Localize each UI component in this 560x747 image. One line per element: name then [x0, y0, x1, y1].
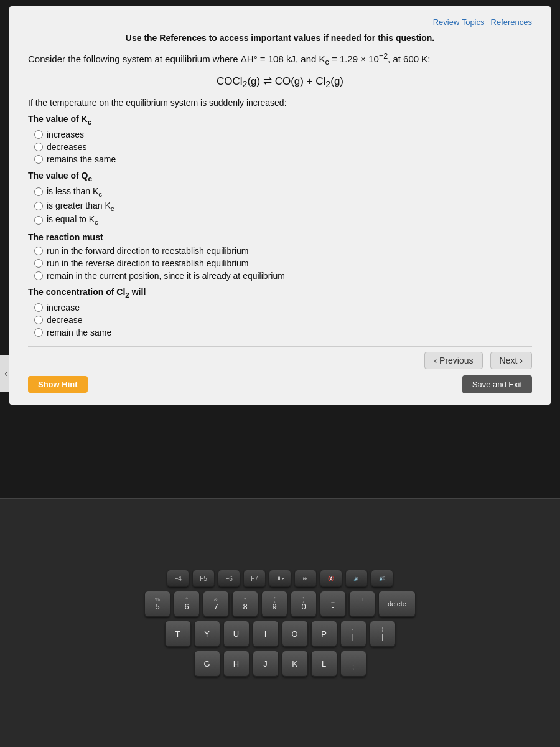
key-7[interactable]: & 7 [203, 591, 229, 617]
key-delete[interactable]: delete [378, 591, 416, 617]
key-f9[interactable]: ⏭ [294, 570, 317, 587]
key-f11[interactable]: 🔉 [345, 570, 368, 587]
previous-label: Previous [439, 355, 473, 365]
chemical-equation: COCl2(g) ⇌ CO(g) + Cl2(g) [28, 75, 532, 89]
radio-kc-decreases[interactable] [34, 143, 43, 151]
key-t[interactable]: T [165, 621, 191, 647]
key-u-label: U [233, 630, 239, 638]
key-f12[interactable]: 🔊 [371, 570, 393, 587]
key-label-f6: F6 [225, 575, 233, 582]
radio-group-reaction: run in the forward direction to reestabl… [28, 246, 532, 281]
radio-option-reverse[interactable]: run in the reverse direction to reestabl… [34, 258, 532, 268]
radio-option-kc-increases[interactable]: increases [34, 129, 532, 139]
key-o-label: O [291, 630, 297, 638]
radio-option-cl2-same[interactable]: remain the same [34, 327, 532, 337]
key-j[interactable]: J [253, 651, 279, 677]
key-label-f12: 🔊 [379, 576, 385, 581]
reference-note: Use the References to access important v… [28, 33, 532, 43]
section-label-reaction: The reaction must [28, 232, 532, 242]
section-label-kc: The value of Kc [28, 114, 532, 126]
radio-qc-greater[interactable] [34, 202, 43, 210]
section-label-cl2: The concentration of Cl2 will [28, 287, 532, 299]
letter-row-2: G H J K L : ; [194, 651, 366, 677]
chevron-left-icon: ‹ [434, 355, 437, 365]
key-p[interactable]: P [311, 621, 337, 647]
radio-reaction-reverse[interactable] [34, 259, 43, 268]
next-label: Next [500, 355, 518, 365]
radio-label-kc-decreases: decreases [47, 142, 87, 152]
key-bracket-close[interactable]: } ] [370, 621, 396, 647]
top-links-bar: Review Topics References [28, 17, 532, 27]
key-minus[interactable]: _ - [320, 591, 346, 617]
radio-cl2-decrease[interactable] [34, 316, 43, 324]
radio-qc-equal[interactable] [34, 216, 43, 225]
key-7-main: 7 [213, 603, 218, 611]
radio-reaction-forward[interactable] [34, 247, 43, 255]
key-y[interactable]: Y [194, 621, 220, 647]
radio-label-qc-less: is less than Kc [47, 186, 102, 198]
previous-button[interactable]: ‹ Previous [424, 352, 482, 369]
radio-kc-increases[interactable] [34, 130, 43, 139]
key-label-f10: 🔇 [328, 576, 334, 581]
key-k[interactable]: K [282, 651, 308, 677]
key-label-f7: F7 [251, 575, 258, 582]
key-k-label: K [292, 660, 297, 668]
key-f4[interactable]: F4 [167, 570, 189, 587]
review-topics-link[interactable]: Review Topics [433, 17, 485, 27]
key-9[interactable]: ( 9 [261, 591, 287, 617]
key-i[interactable]: I [253, 621, 279, 647]
radio-option-qc-less[interactable]: is less than Kc [34, 186, 532, 198]
save-exit-button[interactable]: Save and Exit [462, 375, 532, 393]
radio-option-kc-decreases[interactable]: decreases [34, 142, 532, 152]
key-f10[interactable]: 🔇 [320, 570, 342, 587]
radio-qc-less[interactable] [34, 187, 43, 196]
key-f7[interactable]: F7 [243, 570, 266, 587]
question-intro: Consider the following system at equilib… [28, 50, 532, 68]
bottom-action-row: Show Hint Save and Exit [28, 375, 532, 393]
key-f6[interactable]: F6 [218, 570, 240, 587]
radio-cl2-increase[interactable] [34, 303, 43, 312]
radio-option-cl2-decrease[interactable]: decrease [34, 315, 532, 325]
keyboard: F4 F5 F6 F7 ⏸▶ ⏭ 🔇 🔉 🔊 % 5 ^ 6 & 7 * 8 (… [0, 498, 560, 747]
radio-kc-same[interactable] [34, 155, 43, 164]
key-bracket-open[interactable]: { [ [340, 621, 366, 647]
key-label-f8: ⏸▶ [276, 576, 284, 581]
key-i-label: I [264, 630, 267, 638]
radio-option-qc-equal[interactable]: is equal to Kc [34, 214, 532, 226]
key-l[interactable]: L [311, 651, 337, 677]
section-label-qc: The value of Qc [28, 171, 532, 182]
key-0[interactable]: ) 0 [291, 591, 317, 617]
key-u[interactable]: U [223, 621, 250, 647]
key-minus-main: - [332, 603, 334, 611]
key-y-label: Y [204, 630, 210, 638]
radio-option-remain[interactable]: remain in the current position, since it… [34, 271, 532, 281]
radio-label-forward: run in the forward direction to reestabl… [47, 246, 249, 256]
key-5[interactable]: % 5 [144, 591, 170, 617]
key-6-main: 6 [184, 603, 189, 611]
radio-cl2-same[interactable] [34, 328, 43, 337]
radio-option-kc-same[interactable]: remains the same [34, 154, 532, 164]
key-equals[interactable]: + = [349, 591, 375, 617]
key-label-f9: ⏭ [303, 576, 308, 581]
radio-option-forward[interactable]: run in the forward direction to reestabl… [34, 246, 532, 256]
radio-reaction-remain[interactable] [34, 271, 43, 280]
next-button[interactable]: Next › [490, 352, 532, 369]
radio-option-qc-greater[interactable]: is greater than Kc [34, 200, 532, 212]
key-h[interactable]: H [223, 651, 250, 677]
key-label-f5: F5 [200, 575, 207, 582]
show-hint-button[interactable]: Show Hint [28, 376, 88, 393]
fn-key-row: F4 F5 F6 F7 ⏸▶ ⏭ 🔇 🔉 🔊 [167, 570, 393, 587]
key-label-f4: F4 [174, 575, 182, 582]
key-f5[interactable]: F5 [192, 570, 215, 587]
key-6[interactable]: ^ 6 [174, 591, 200, 617]
key-semicolon[interactable]: : ; [340, 651, 366, 677]
radio-label-qc-greater: is greater than Kc [47, 200, 114, 212]
key-f8[interactable]: ⏸▶ [269, 570, 291, 587]
key-bracket-open-main: [ [352, 632, 355, 641]
key-semicolon-main: ; [352, 662, 355, 670]
key-8[interactable]: * 8 [232, 591, 258, 617]
key-g[interactable]: G [194, 651, 220, 677]
radio-option-cl2-increase[interactable]: increase [34, 303, 532, 312]
references-link[interactable]: References [491, 17, 532, 27]
key-o[interactable]: O [282, 621, 308, 647]
